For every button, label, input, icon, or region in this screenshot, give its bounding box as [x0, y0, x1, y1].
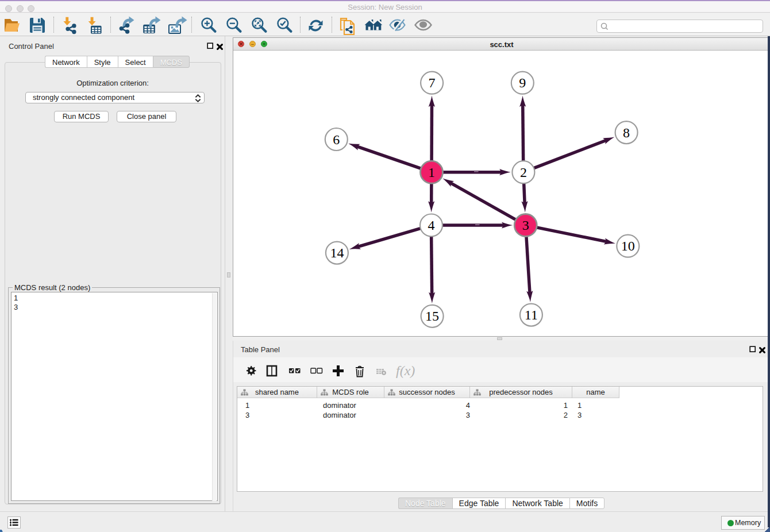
svg-text:14: 14 [330, 245, 344, 260]
svg-text:9: 9 [519, 75, 526, 90]
svg-text:2: 2 [520, 165, 527, 180]
svg-text:8: 8 [623, 125, 630, 140]
svg-text:10: 10 [621, 238, 635, 253]
svg-text:6: 6 [333, 132, 340, 147]
svg-text:15: 15 [425, 309, 439, 323]
svg-text:11: 11 [525, 307, 538, 322]
svg-text:1: 1 [428, 165, 435, 180]
svg-text:3: 3 [522, 218, 529, 233]
svg-text:f(x): f(x) [396, 363, 415, 378]
svg-text:7: 7 [429, 75, 436, 90]
svg-text:4: 4 [428, 218, 435, 233]
